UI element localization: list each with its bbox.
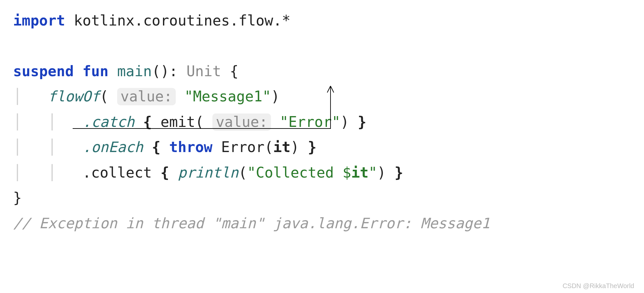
- hint-value-2: value:: [212, 113, 271, 131]
- code-block: import kotlinx.coroutines.flow.* suspend…: [0, 0, 644, 236]
- kw-suspend: suspend: [13, 63, 74, 79]
- str-error: "Error": [280, 113, 340, 130]
- str-message1: "Message1": [184, 88, 271, 105]
- kw-it-2: it: [351, 164, 368, 181]
- call-catch: .catch: [82, 113, 134, 130]
- kw-import: import: [13, 12, 65, 29]
- call-collect: .collect: [82, 164, 152, 181]
- call-oneach: .onEach: [82, 139, 143, 155]
- ctor-error: Error: [221, 139, 264, 155]
- kw-throw: throw: [169, 139, 212, 155]
- hint-value-1: value:: [117, 88, 176, 105]
- fn-main: main: [117, 63, 152, 79]
- watermark-text: CSDN @RikkaTheWorld: [563, 282, 634, 290]
- output-comment: // Exception in thread "main" java.lang.…: [13, 215, 490, 232]
- call-emit: emit: [160, 113, 195, 130]
- import-target: kotlinx.coroutines.flow.*: [74, 12, 290, 29]
- call-println: println: [178, 164, 238, 181]
- call-flowof: flowOf: [48, 88, 100, 105]
- str-collected-suffix: ": [368, 164, 377, 181]
- kw-it-1: it: [273, 139, 291, 155]
- kw-fun: fun: [82, 63, 108, 79]
- str-collected-prefix: "Collected: [247, 164, 342, 181]
- dollar: $: [343, 164, 351, 181]
- type-unit: Unit: [187, 63, 221, 79]
